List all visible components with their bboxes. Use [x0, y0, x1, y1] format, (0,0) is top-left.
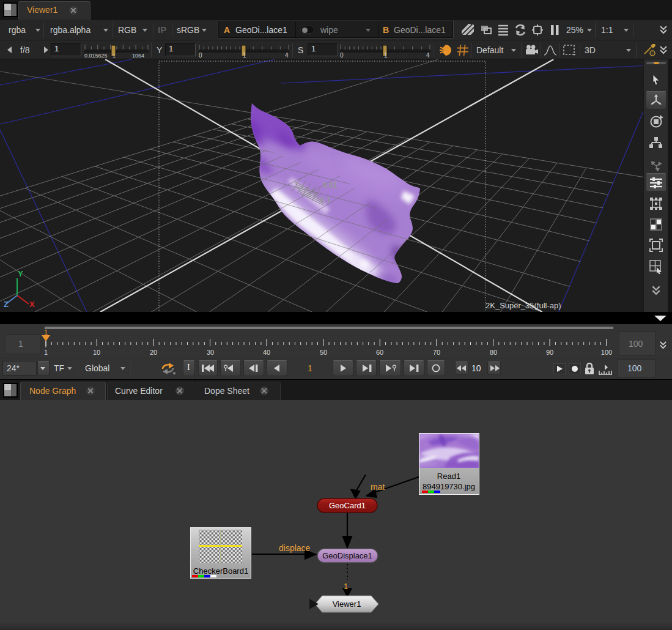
svg-text:X: X [29, 300, 35, 309]
svg-text:CheckerBoard1: CheckerBoard1 [193, 566, 248, 576]
svg-text:1: 1 [44, 349, 48, 356]
svg-text:10: 10 [93, 349, 100, 356]
svg-text:40: 40 [263, 349, 270, 356]
svg-text:0: 0 [340, 52, 344, 58]
svg-text:GeoDisplace1: GeoDisplace1 [322, 551, 372, 560]
svg-text:894919730.jpg: 894919730.jpg [423, 482, 475, 491]
svg-text:2K_Super_35(full-ap): 2K_Super_35(full-ap) [486, 301, 561, 310]
svg-text:80: 80 [490, 349, 497, 356]
svg-text:30: 30 [207, 349, 214, 356]
svg-text:100: 100 [601, 349, 612, 356]
svg-text:0: 0 [199, 52, 202, 58]
svg-text:0.01: 0.01 [323, 181, 338, 190]
svg-text:displace: displace [279, 543, 311, 553]
svg-text:Y: Y [18, 269, 23, 278]
svg-text:1: 1 [243, 52, 246, 58]
svg-text:GeoCard1: GeoCard1 [329, 501, 366, 510]
svg-text:90: 90 [546, 349, 553, 356]
svg-text:1: 1 [44, 329, 48, 336]
svg-text:Z: Z [4, 300, 9, 309]
svg-text:i: i [652, 51, 653, 56]
svg-text:20: 20 [150, 349, 157, 356]
svg-text:70: 70 [433, 349, 440, 356]
svg-text:mat: mat [371, 482, 385, 492]
svg-text:4: 4 [285, 52, 289, 58]
svg-text:1064: 1064 [132, 53, 144, 58]
svg-text:Viewer1: Viewer1 [333, 599, 361, 609]
svg-text:4: 4 [426, 52, 430, 58]
svg-text:60: 60 [376, 349, 383, 356]
svg-text:1: 1 [344, 582, 348, 591]
svg-text:1: 1 [113, 53, 116, 58]
svg-text:Read1: Read1 [437, 472, 460, 481]
svg-text:50: 50 [320, 349, 327, 356]
svg-text:0.015625: 0.015625 [84, 53, 108, 58]
svg-text:1: 1 [384, 52, 388, 58]
svg-text:0.1: 0.1 [320, 196, 331, 204]
